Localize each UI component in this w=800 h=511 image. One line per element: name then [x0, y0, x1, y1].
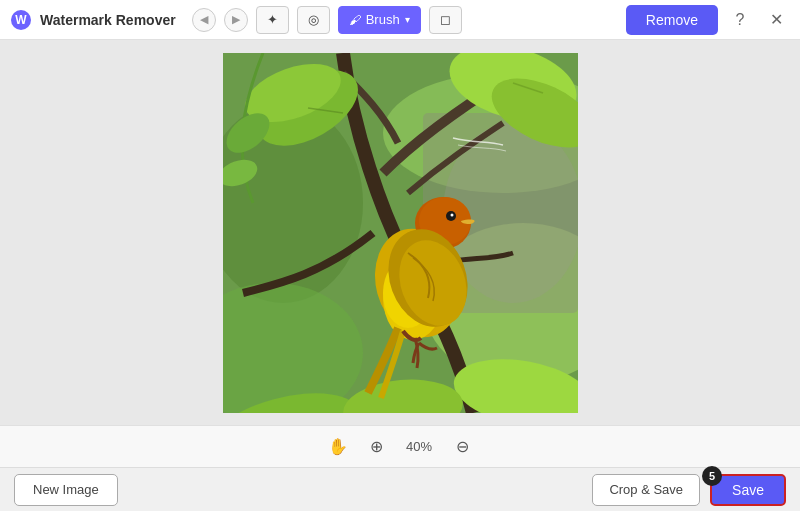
main-canvas-area: [0, 40, 800, 425]
zoom-out-button[interactable]: ⊖: [449, 434, 475, 460]
app-title: Watermark Remover: [40, 12, 176, 28]
canvas-area: [223, 53, 578, 413]
image-canvas[interactable]: [223, 53, 578, 413]
save-button[interactable]: 5 Save: [710, 474, 786, 506]
select-tool-button[interactable]: ✦: [256, 6, 289, 34]
brush-tool-button[interactable]: 🖌 🖌 Brush Brush ▾: [338, 6, 421, 34]
svg-text:W: W: [15, 13, 27, 27]
zoom-level-display: 40%: [401, 439, 437, 454]
lasso-tool-button[interactable]: ◎: [297, 6, 330, 34]
back-button[interactable]: ◀: [192, 8, 216, 32]
remove-button[interactable]: Remove: [626, 5, 718, 35]
crop-save-button[interactable]: Crop & Save: [592, 474, 700, 506]
bottom-toolbar: ✋ ⊕ 40% ⊖: [0, 425, 800, 467]
footer: New Image Crop & Save 5 Save: [0, 467, 800, 511]
app-logo-icon: W: [10, 9, 32, 31]
zoom-in-button[interactable]: ⊕: [363, 434, 389, 460]
hand-tool-button[interactable]: ✋: [325, 434, 351, 460]
badge-number: 5: [702, 466, 722, 486]
eraser-tool-button[interactable]: ◻: [429, 6, 462, 34]
titlebar: W Watermark Remover ◀ ▶ ✦ ◎ 🖌 🖌 Brush Br…: [0, 0, 800, 40]
close-button[interactable]: ✕: [762, 6, 790, 34]
svg-point-26: [450, 213, 453, 216]
help-button[interactable]: ?: [726, 6, 754, 34]
new-image-button[interactable]: New Image: [14, 474, 118, 506]
forward-button[interactable]: ▶: [224, 8, 248, 32]
